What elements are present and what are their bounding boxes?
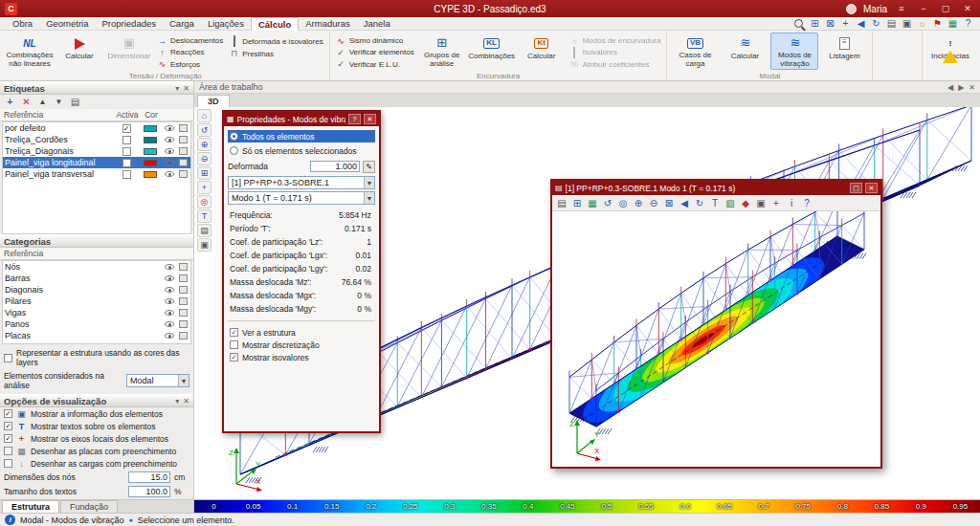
chevron-down-icon[interactable]: ▾ <box>175 397 179 405</box>
print-toggle-icon[interactable] <box>179 159 188 166</box>
menu-item[interactable]: Obra <box>6 17 39 31</box>
help-icon[interactable]: ? <box>800 196 813 209</box>
color-swatch[interactable] <box>144 171 157 178</box>
zoom-window-icon[interactable]: ⊞ <box>809 17 821 30</box>
combination-select[interactable]: [1] PP+RP+0.3-SOBRE.1 ▼ <box>228 176 375 189</box>
redraw-icon[interactable]: ↻ <box>693 196 706 209</box>
pan-icon[interactable]: + <box>197 181 212 194</box>
visualization-option[interactable]: ▣Mostrar a informação dos elementos <box>0 407 193 420</box>
move-down-icon[interactable]: ▼ <box>53 96 65 108</box>
modal-calculate-button[interactable]: ≋ Calcular <box>721 33 768 70</box>
delete-icon[interactable]: ✕ <box>20 96 33 108</box>
rotate-view-icon[interactable]: ↺ <box>197 123 212 137</box>
assign-coefficients-button[interactable]: %Atribuir coeficientes <box>568 59 663 70</box>
sun-icon[interactable]: ☼ <box>916 17 928 30</box>
move-up-icon[interactable]: ▲ <box>36 96 49 108</box>
visibility-eye-icon[interactable] <box>165 148 174 154</box>
activa-checkbox[interactable] <box>122 124 131 133</box>
reactions-button[interactable]: ↑Reacções <box>155 47 225 57</box>
close-icon[interactable]: ✕ <box>969 83 975 92</box>
calculate-tension-button[interactable]: Calcular <box>56 33 103 70</box>
vibration-modes-button[interactable]: ≋ Modos de vibração <box>770 33 818 70</box>
check-elements-button[interactable]: ✓Verificar elementos <box>334 47 416 57</box>
display-checkbox[interactable] <box>230 340 238 349</box>
palette-icon[interactable]: ◆ <box>739 196 752 209</box>
tab-estrutura[interactable]: Estrutura <box>2 500 59 513</box>
export-icon[interactable]: ▦ <box>586 196 599 209</box>
add-icon[interactable]: + <box>4 96 16 108</box>
nonlinear-combinations-button[interactable]: NL Combinações não lineares <box>6 33 54 70</box>
menu-item[interactable]: Geometria <box>39 17 95 31</box>
color-swatch[interactable] <box>144 137 157 143</box>
orbit-icon[interactable]: ◎ <box>616 196 630 209</box>
visualization-option[interactable]: ↓Desenhar as cargas com preenchimento <box>0 457 193 470</box>
text-toggle-icon[interactable]: T <box>708 196 722 209</box>
settings-icon[interactable]: ▣ <box>197 238 212 252</box>
copy-icon[interactable]: ⊞ <box>570 196 584 209</box>
info-icon[interactable]: i <box>785 196 798 209</box>
rotate-view-icon[interactable]: ↺ <box>601 196 614 209</box>
print-toggle-icon[interactable] <box>179 286 188 294</box>
menu-item[interactable]: Propriedades <box>95 17 163 31</box>
list-icon[interactable]: ▤ <box>69 96 81 108</box>
visibility-eye-icon[interactable] <box>165 310 174 316</box>
visualization-option[interactable]: +Mostrar os eixos locais dos elementos <box>0 432 193 445</box>
display-checkbox[interactable] <box>230 353 238 362</box>
visibility-eye-icon[interactable] <box>165 171 174 177</box>
radio-all-elements[interactable]: Todos os elementos <box>228 130 375 142</box>
load-cases-button[interactable]: VB Casos de carga <box>671 33 719 70</box>
clips-button[interactable]: ⊓Presilhas <box>227 48 324 59</box>
zoom-window-icon[interactable]: ⊞ <box>197 166 212 180</box>
tab-fundacao[interactable]: Fundação <box>60 500 118 513</box>
close-icon[interactable]: ✕ <box>183 397 189 405</box>
node-size-input[interactable]: 15.0 <box>128 471 170 483</box>
categoria-row[interactable]: Placas <box>3 330 190 341</box>
print-toggle-icon[interactable] <box>179 124 188 132</box>
categoria-row[interactable]: Barras <box>3 273 190 284</box>
print-toggle-icon[interactable] <box>179 332 188 340</box>
print-toggle-icon[interactable] <box>179 170 188 178</box>
print-toggle-icon[interactable] <box>179 309 188 317</box>
option-checkbox[interactable] <box>4 434 12 443</box>
visualization-option[interactable]: ▦Desenhar as placas com preenchimento <box>0 445 193 457</box>
isovalues-icon[interactable]: ▧ <box>724 196 737 209</box>
option-checkbox[interactable] <box>4 422 12 430</box>
print-toggle-icon[interactable] <box>179 320 188 328</box>
buckling-calculate-button[interactable]: Kt Calcular <box>518 33 566 70</box>
display-option[interactable]: Mostrar isovalores <box>228 351 375 363</box>
isovalues-button[interactable]: Isovalores <box>568 47 663 57</box>
deformada-input[interactable]: 1.000 <box>310 161 360 172</box>
menu-item[interactable]: Armaduras <box>299 17 356 31</box>
help-icon[interactable]: ? <box>962 17 974 30</box>
displacements-button[interactable]: →Deslocamentos <box>155 35 225 46</box>
layers-icon[interactable]: ▤ <box>197 224 212 237</box>
camera-icon[interactable]: ▣ <box>754 196 768 209</box>
chevron-down-icon[interactable]: ▼ <box>364 177 374 188</box>
user-avatar[interactable] <box>846 4 857 14</box>
text-toggle-icon[interactable]: T <box>197 209 212 223</box>
maximize-button[interactable]: ▢ <box>850 183 862 193</box>
check-uls-button[interactable]: ✓Verificar E.L.U. <box>334 59 416 70</box>
visibility-eye-icon[interactable] <box>165 333 174 339</box>
mode-window-titlebar[interactable]: ▤ [1] PP+RP+0.3-SOBRE.1 Modo 1 (T = 0.17… <box>552 181 880 195</box>
visibility-eye-icon[interactable] <box>165 160 174 165</box>
close-button[interactable]: ✕ <box>865 183 878 193</box>
visualization-option[interactable]: TMostrar textos sobre os elementos <box>0 420 193 432</box>
previous-view-icon[interactable]: ◀ <box>855 17 867 30</box>
zoom-out-icon[interactable]: ⊖ <box>197 152 212 165</box>
print-toggle-icon[interactable] <box>179 136 188 143</box>
camera-icon[interactable]: ▣ <box>901 17 913 30</box>
home-view-icon[interactable]: ⌂ <box>197 109 212 122</box>
activa-checkbox[interactable] <box>122 159 131 167</box>
deformed-isovalues-button[interactable]: Deformada e isovalores <box>227 35 324 47</box>
dynamic-seismic-button[interactable]: ∿Sismo dinâmico <box>334 35 416 46</box>
option-checkbox[interactable] <box>4 409 12 418</box>
print-icon[interactable]: ▤ <box>555 196 568 209</box>
color-swatch[interactable] <box>144 160 157 166</box>
display-checkbox[interactable] <box>230 328 238 337</box>
visibility-eye-icon[interactable] <box>165 137 174 142</box>
properties-dialog-titlebar[interactable]: ▦ Propriedades - Modos de vibração ? ✕ <box>224 112 379 126</box>
activa-checkbox[interactable] <box>122 136 131 144</box>
layer-colors-checkbox-row[interactable]: Representar a estrutura usando as cores … <box>0 344 193 369</box>
dimension-button[interactable]: ▣ Dimensionar <box>105 33 153 70</box>
